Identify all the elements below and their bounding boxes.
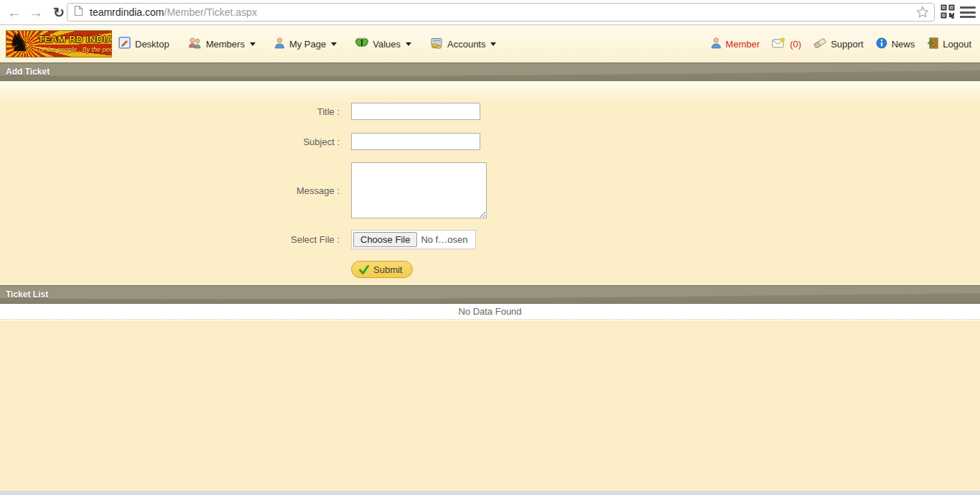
subject-input[interactable] [351, 133, 480, 150]
no-data-text: No Data Found [458, 306, 521, 317]
add-ticket-form: Title : Subject : Message : Select File … [0, 81, 980, 285]
menu-item-messages[interactable]: (0) [772, 37, 801, 50]
forward-icon[interactable]: → [29, 5, 43, 19]
desktop-edit-icon [118, 37, 131, 51]
menu-item-accounts[interactable]: Accounts [430, 37, 496, 51]
browser-toolbar: ← → ↻ teamrdindia.com/Member/Ticket.aspx [0, 0, 980, 25]
browser-menu-icon[interactable] [960, 6, 976, 18]
logo-title: TEAM RD INDIA [38, 34, 112, 45]
select-file-label: Select File : [0, 234, 340, 245]
menu-label: Members [206, 39, 245, 50]
user-menu: Member (0) Support News Logout [711, 25, 971, 63]
menu-label: Support [831, 39, 864, 50]
window-bottom-edge [0, 491, 980, 495]
submit-label: Submit [373, 264, 402, 275]
ticket-list-section-header: Ticket List [0, 285, 980, 304]
menu-item-desktop[interactable]: Desktop [118, 37, 169, 51]
menu-label: Member [726, 39, 760, 50]
section-title: Add Ticket [0, 63, 980, 77]
accounts-icon [430, 37, 443, 51]
menu-label: Accounts [447, 39, 485, 50]
url-text: teamrdindia.com/Member/Ticket.aspx [90, 6, 257, 18]
person-icon [274, 37, 285, 51]
chevron-down-icon [250, 42, 256, 46]
address-bar[interactable]: teamrdindia.com/Member/Ticket.aspx [67, 3, 935, 22]
logo-beast-icon: ♞ [8, 30, 29, 57]
menu-item-news[interactable]: News [876, 37, 915, 51]
chevron-down-icon [490, 42, 496, 46]
browser-window: ← → ↻ teamrdindia.com/Member/Ticket.aspx… [0, 0, 980, 495]
menu-item-values[interactable]: Values [355, 37, 411, 50]
menu-item-logout[interactable]: Logout [927, 37, 971, 51]
menu-item-member[interactable]: Member [711, 37, 760, 51]
person-icon [711, 37, 722, 51]
back-icon[interactable]: ← [7, 5, 22, 19]
menu-item-members[interactable]: Members [188, 37, 256, 51]
title-input[interactable] [351, 103, 480, 120]
ticket-list-empty-row: No Data Found [0, 304, 980, 320]
choose-file-button[interactable]: Choose File [353, 232, 417, 247]
message-label: Message : [0, 185, 340, 196]
reload-icon[interactable]: ↻ [53, 6, 65, 19]
subject-label: Subject : [0, 137, 340, 147]
chevron-down-icon [331, 42, 337, 46]
site-header: ♞ TEAM RD INDIA For the people , By the … [0, 25, 980, 63]
main-menu: Desktop Members My Page Values Accounts [118, 25, 496, 63]
menu-label: (0) [790, 39, 801, 50]
add-ticket-section-header: Add Ticket [0, 63, 980, 81]
door-icon [927, 37, 938, 51]
menu-item-my-page[interactable]: My Page [274, 37, 337, 51]
url-path: /Member/Ticket.aspx [164, 6, 257, 18]
message-textarea[interactable] [351, 162, 487, 218]
page-icon [74, 5, 83, 19]
menu-label: Logout [943, 39, 971, 50]
submit-button[interactable]: Submit [351, 261, 413, 278]
menu-label: Desktop [135, 39, 169, 50]
url-host: teamrdindia.com [90, 6, 164, 18]
bookmark-star-icon[interactable] [915, 5, 930, 19]
info-icon [876, 37, 887, 51]
check-icon [359, 265, 369, 274]
file-input[interactable]: Choose File No f…osen [351, 230, 476, 249]
site-logo[interactable]: ♞ TEAM RD INDIA For the people , By the … [6, 30, 112, 57]
file-status-text: No f…osen [421, 234, 467, 245]
eraser-icon [813, 37, 826, 51]
butterfly-icon [355, 37, 368, 50]
qr-code-icon[interactable] [941, 4, 956, 22]
menu-label: News [892, 39, 915, 50]
menu-item-support[interactable]: Support [813, 37, 864, 51]
section-title: Ticket List [0, 286, 980, 300]
mail-icon [772, 37, 785, 50]
chevron-down-icon [406, 42, 411, 46]
logo-tagline: For the people , By the people [35, 46, 112, 53]
menu-label: My Page [289, 39, 326, 50]
members-icon [188, 37, 202, 51]
title-label: Title : [0, 106, 340, 117]
page-background [0, 320, 980, 491]
menu-label: Values [373, 39, 401, 50]
